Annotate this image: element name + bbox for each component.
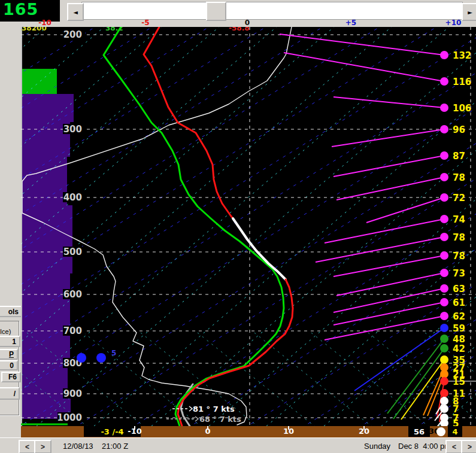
wind-level-dot <box>440 125 448 133</box>
wind-barb-shaft <box>354 328 444 391</box>
wind-speed-label: 87 <box>453 151 465 162</box>
top-axis-label: -5 <box>141 19 149 27</box>
top-axis-label: +10 <box>445 19 462 27</box>
bottom-axis-label: -10 <box>128 427 142 436</box>
left-panel-button-f6[interactable]: F6 <box>1 372 21 382</box>
pressure-label: 1000 <box>57 412 82 423</box>
top-edge-label: 38200 <box>22 27 47 32</box>
annotation-arrowhead <box>195 416 198 421</box>
bottom-axis-label: 0 <box>205 427 210 436</box>
wind-barb-shaft <box>325 219 444 243</box>
wind-level-dot <box>440 104 448 112</box>
pressure-label: 500 <box>63 247 82 257</box>
annotation-arrowhead <box>189 406 192 411</box>
wind-speed-label: 74 <box>453 214 465 225</box>
left-panel-button-/[interactable]: / <box>0 387 20 400</box>
pressure-label: 900 <box>63 388 82 399</box>
wind-speed-label: 5 <box>453 418 459 426</box>
top-axis-label: 0 <box>245 19 250 27</box>
wind-level-dot <box>440 269 448 277</box>
wind-speed-label: 78 <box>453 251 465 262</box>
pressure-label: 200 <box>63 29 82 40</box>
time-next-button[interactable]: > <box>34 440 51 453</box>
wind-speed-label: 132 <box>453 50 471 61</box>
tools-button-partial[interactable]: ols <box>0 306 23 317</box>
wind-speed-label: 61 <box>453 297 465 308</box>
top-axis-label: +5 <box>345 19 356 27</box>
wind-level-dot <box>440 389 448 397</box>
wind-barb-shaft <box>325 316 444 340</box>
wind-level-dot <box>440 335 448 343</box>
surface-wind-annotation: 81 ° 7 kts <box>193 405 235 414</box>
pressure-label: 300 <box>63 124 82 135</box>
top-scrollbar-track[interactable] <box>81 2 463 20</box>
status-datetime-utc: 12/08/13 21:00 Z <box>63 442 128 451</box>
wind-level-dot <box>440 397 448 405</box>
surface-wind-badge-4: 4 <box>448 426 462 437</box>
wind-level-dot <box>440 251 448 260</box>
station-metric-value: 165 <box>0 0 38 19</box>
wind-speed-label: 78 <box>453 232 465 243</box>
time-prev-button-right[interactable]: < <box>445 440 463 453</box>
wind-barb-shaft <box>333 302 444 325</box>
wind-level-dot <box>440 298 448 306</box>
pressure-label: 700 <box>63 326 82 336</box>
sounding-chart: 20030040050060070080090010003820038.2-58… <box>21 27 476 426</box>
wind-speed-label: 96 <box>453 124 465 135</box>
status-local-time: Dec 8 4:00 pm <box>398 442 451 451</box>
wind-level-dot <box>440 233 448 241</box>
time-next-button-right[interactable]: > <box>461 440 476 453</box>
top-scrollbar-thumb[interactable] <box>206 2 226 21</box>
wind-level-dot <box>440 51 448 59</box>
wind-barb-shaft <box>333 256 444 276</box>
wind-level-dot <box>440 355 448 364</box>
app-window: { "window": { "metric": "165" }, "top_sc… <box>0 0 476 453</box>
wind-speed-label: 72 <box>453 193 465 203</box>
right-arrow-icon: ► <box>468 9 472 16</box>
green-region <box>22 69 57 94</box>
wind-barb-shaft <box>387 339 444 414</box>
sounding-svg: 20030040050060070080090010003820038.2-58… <box>21 27 476 426</box>
surface-value-badge-56: 56 <box>408 426 430 437</box>
surface-wind-dot <box>436 427 445 436</box>
blue-marker-label: 5 <box>111 349 116 357</box>
bottom-axis-label: 20 <box>359 427 369 436</box>
wind-level-dot <box>440 77 448 86</box>
wind-level-dot <box>440 324 448 332</box>
surface-wind-annotation: 68 ° 7 kts <box>199 415 241 424</box>
top-edge-label: -58.8 <box>229 27 250 32</box>
left-panel-button-p[interactable]: P <box>0 349 18 360</box>
wind-speed-label: 15 <box>453 376 465 387</box>
wind-level-dot <box>440 344 448 352</box>
wind-level-dot <box>440 193 448 202</box>
scrollbar-right-arrow-button[interactable]: ► <box>462 3 476 21</box>
surface-temperature-bar: -3 /-4 -1001020 56 30 4 <box>21 426 476 437</box>
wind-barb-shaft <box>284 53 444 81</box>
wind-barb-shaft <box>366 197 444 223</box>
wind-speed-label: 42 <box>453 343 465 354</box>
wind-level-dot <box>440 405 448 413</box>
tools-button-label: ols <box>8 308 19 316</box>
wind-level-dot <box>440 151 448 160</box>
temperature-frozen-segment <box>233 218 286 279</box>
wind-level-dot <box>440 284 448 293</box>
wind-speed-label: 73 <box>453 268 465 279</box>
wind-speed-label: 62 <box>453 311 465 322</box>
scrollbar-left-arrow-button[interactable]: ◄ <box>67 3 84 21</box>
temperature-curve-upper <box>144 27 233 218</box>
wind-level-dot <box>440 377 448 385</box>
left-panel-button-1[interactable]: 1 <box>0 336 20 347</box>
pressure-label: 400 <box>63 192 82 203</box>
left-panel-button-0[interactable]: 0 <box>0 360 18 370</box>
wind-level-dot <box>440 370 448 378</box>
wind-speed-label: 106 <box>453 103 471 114</box>
left-arrow-icon: ◄ <box>73 9 78 16</box>
top-axis-label: -10 <box>38 19 51 27</box>
wind-speed-label: 59 <box>453 323 465 334</box>
wind-level-dot <box>440 215 448 223</box>
wind-barb-shaft <box>332 129 444 147</box>
ice-label: Ice) <box>0 328 11 335</box>
wind-level-dot <box>440 173 448 181</box>
wind-barb-shaft <box>336 177 444 200</box>
time-prev-button[interactable]: < <box>19 440 36 453</box>
